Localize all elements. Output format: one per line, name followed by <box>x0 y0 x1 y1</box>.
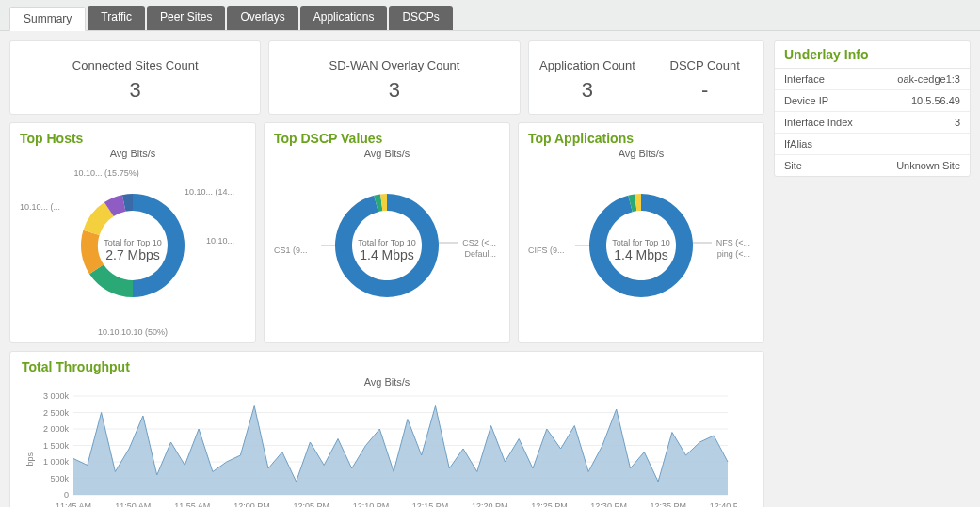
panel-top-dscp: Top DSCP Values Avg Bits/s Total for Top… <box>264 122 510 343</box>
donut-total-value: 1.4 Mbps <box>612 247 669 262</box>
donut-total-label: Total for Top 10 <box>104 238 161 247</box>
donut-chart-dscp[interactable]: Total for Top 10 1.4 Mbps CS1 (9... CS2 … <box>274 163 500 337</box>
svg-text:11:55 AM: 11:55 AM <box>174 501 210 507</box>
svg-text:12:20 PM: 12:20 PM <box>472 501 508 507</box>
throughput-chart[interactable]: 0500k1 000k1 500k2 000k2 500k3 000kbps11… <box>22 391 737 507</box>
svg-text:2 500k: 2 500k <box>43 408 70 418</box>
slice-label: 10.10... (15.75%) <box>74 168 139 178</box>
stat-value: 3 <box>533 78 643 103</box>
donut-total-label: Total for Top 10 <box>358 238 415 247</box>
chart-subtitle: Avg Bits/s <box>528 148 754 159</box>
info-row: Device IP10.5.56.49 <box>775 90 970 112</box>
donut-chart-apps[interactable]: Total for Top 10 1.4 Mbps CIFS (9... NFS… <box>528 163 754 337</box>
stat-connected-sites: Connected Sites Count 3 <box>9 40 261 115</box>
tab-peer-sites[interactable]: Peer Sites <box>147 6 225 30</box>
stat-value: 3 <box>277 78 511 103</box>
svg-text:12:05 PM: 12:05 PM <box>293 501 329 507</box>
slice-label: CS1 (9... <box>274 246 308 255</box>
svg-text:0: 0 <box>64 490 69 499</box>
svg-text:1 000k: 1 000k <box>43 457 70 467</box>
svg-text:12:10 PM: 12:10 PM <box>353 501 390 507</box>
panel-total-throughput: Total Throughput Avg Bits/s 0500k1 000k1… <box>9 351 764 507</box>
svg-text:12:35 PM: 12:35 PM <box>651 501 687 507</box>
donut-total-value: 2.7 Mbps <box>104 247 161 262</box>
svg-text:12:40 PM: 12:40 PM <box>710 501 737 507</box>
tab-traffic[interactable]: Traffic <box>88 6 145 30</box>
panel-top-hosts: Top Hosts Avg Bits/s Total for Top 10 2.… <box>9 122 256 343</box>
chart-subtitle: Avg Bits/s <box>22 376 752 388</box>
svg-text:1 500k: 1 500k <box>43 441 70 451</box>
chart-subtitle: Avg Bits/s <box>20 148 246 159</box>
info-row: Interface Index3 <box>775 112 970 134</box>
svg-text:12:25 PM: 12:25 PM <box>531 501 568 507</box>
svg-text:3 000k: 3 000k <box>43 391 70 401</box>
slice-label: 10.10.10.10 (50%) <box>98 327 168 337</box>
slice-label: CIFS (9... <box>528 246 565 255</box>
donut-total-value: 1.4 Mbps <box>358 247 415 262</box>
svg-text:500k: 500k <box>50 474 69 483</box>
panel-top-apps: Top Applications Avg Bits/s Total for To… <box>518 122 764 343</box>
slice-label: 10.10... (14... <box>185 187 234 197</box>
info-row: Interfaceoak-cedge1:3 <box>775 69 970 90</box>
svg-text:11:50 AM: 11:50 AM <box>115 501 151 507</box>
panel-title: Top DSCP Values <box>274 131 500 146</box>
stat-label: Application Count <box>533 58 643 72</box>
svg-text:2 000k: 2 000k <box>43 424 70 434</box>
donut-total-label: Total for Top 10 <box>612 238 669 247</box>
info-row: IfAlias <box>775 134 970 155</box>
stat-value: - <box>650 78 760 103</box>
panel-title: Underlay Info <box>775 41 970 69</box>
stat-label: Connected Sites Count <box>18 58 252 72</box>
slice-label: ping (<... <box>717 249 750 259</box>
panel-title: Top Hosts <box>20 131 246 146</box>
slice-label: CS2 (<... <box>462 238 496 247</box>
info-row: SiteUnknown Site <box>775 155 970 176</box>
panel-title: Total Throughput <box>22 359 752 374</box>
stat-value: 3 <box>18 78 252 103</box>
stat-label: DSCP Count <box>650 58 760 72</box>
tab-overlays[interactable]: Overlays <box>227 6 297 30</box>
slice-label: Defaul... <box>464 249 496 259</box>
svg-text:12:30 PM: 12:30 PM <box>590 501 627 507</box>
chart-subtitle: Avg Bits/s <box>274 148 500 159</box>
donut-chart-hosts[interactable]: Total for Top 10 2.7 Mbps 10.10.10.10 (5… <box>20 163 246 337</box>
stat-label: SD-WAN Overlay Count <box>277 58 511 72</box>
tab-applications[interactable]: Applications <box>300 6 388 30</box>
slice-label: NFS (<... <box>716 238 750 247</box>
svg-text:12:00 PM: 12:00 PM <box>233 501 270 507</box>
tab-bar: SummaryTrafficPeer SitesOverlaysApplicat… <box>0 0 980 31</box>
panel-title: Top Applications <box>528 131 754 146</box>
tab-summary[interactable]: Summary <box>9 7 86 31</box>
underlay-info-panel: Underlay Info Interfaceoak-cedge1:3Devic… <box>774 40 971 177</box>
stat-app-dscp: Application Count 3 DSCP Count - <box>528 40 764 115</box>
slice-label: 10.10... <box>206 236 234 246</box>
svg-text:11:45 AM: 11:45 AM <box>56 501 91 507</box>
svg-text:12:15 PM: 12:15 PM <box>412 501 449 507</box>
slice-label: 10.10... (... <box>20 202 60 212</box>
tab-dscps[interactable]: DSCPs <box>389 6 452 30</box>
stat-overlay-count: SD-WAN Overlay Count 3 <box>268 40 520 115</box>
svg-text:bps: bps <box>25 452 35 467</box>
